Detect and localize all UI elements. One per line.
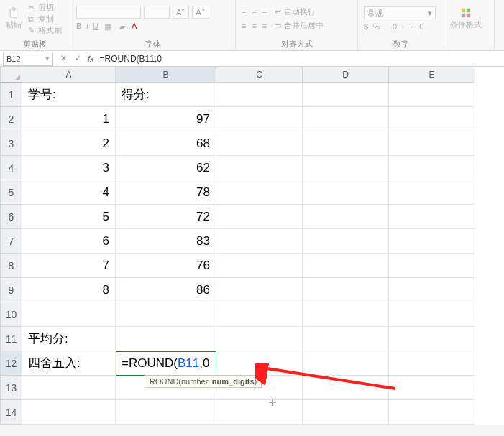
row-header-10[interactable]: 10: [1, 302, 22, 327]
cell-C7[interactable]: [216, 229, 303, 254]
cell-B9[interactable]: 86: [116, 278, 216, 302]
cell-D13[interactable]: [303, 376, 389, 400]
align-top-button[interactable]: ≡: [242, 8, 246, 17]
cell-C14[interactable]: [216, 400, 303, 425]
bold-button[interactable]: B: [76, 22, 82, 32]
row-header-1[interactable]: 1: [1, 83, 22, 107]
paste-button[interactable]: 粘贴: [6, 8, 22, 30]
row-header-14[interactable]: 14: [1, 400, 22, 425]
cell-C8[interactable]: [216, 254, 303, 278]
cut-button[interactable]: ✂ 剪切: [26, 2, 62, 13]
cell-E14[interactable]: [389, 400, 475, 425]
conditional-format-button[interactable]: 条件格式: [450, 8, 482, 30]
cell-B12[interactable]: =ROUND(B11,0 ROUND(number, num_digits): [116, 351, 216, 376]
cell-A5[interactable]: 4: [22, 180, 116, 205]
comma-button[interactable]: ,: [384, 22, 386, 31]
name-box[interactable]: B12 ▾: [3, 52, 53, 66]
cell-B10[interactable]: [116, 302, 216, 327]
cell-E6[interactable]: [389, 205, 475, 229]
cell-D5[interactable]: [303, 180, 389, 205]
cell-E5[interactable]: [389, 180, 475, 205]
decrease-decimal-button[interactable]: ←.0: [409, 22, 423, 31]
cell-A7[interactable]: 6: [22, 229, 116, 254]
align-left-button[interactable]: ≡: [242, 22, 246, 30]
copy-button[interactable]: ⧉ 复制: [26, 14, 62, 24]
col-header-E[interactable]: E: [389, 67, 475, 83]
cell-A12[interactable]: 四舍五入:: [22, 351, 116, 376]
confirm-formula-button[interactable]: ✓: [70, 54, 85, 63]
row-header-6[interactable]: 6: [1, 205, 22, 229]
cell-E8[interactable]: [389, 254, 475, 278]
cell-D11[interactable]: [303, 327, 389, 351]
cell-B7[interactable]: 83: [116, 229, 216, 254]
align-right-button[interactable]: ≡: [262, 22, 267, 30]
cell-A8[interactable]: 7: [22, 254, 116, 278]
cell-D6[interactable]: [303, 205, 389, 229]
cell-D3[interactable]: [303, 131, 389, 156]
align-bottom-button[interactable]: ≡: [262, 8, 267, 17]
cell-D1[interactable]: [303, 83, 389, 107]
fill-color-button[interactable]: ▰: [117, 22, 127, 32]
row-header-3[interactable]: 3: [1, 131, 22, 156]
cell-B14[interactable]: [116, 400, 216, 425]
cell-C9[interactable]: [216, 278, 303, 302]
cell-D14[interactable]: [303, 400, 389, 425]
cell-D12[interactable]: [303, 351, 389, 376]
col-header-C[interactable]: C: [216, 67, 303, 83]
row-header-7[interactable]: 7: [1, 229, 22, 254]
select-all-corner[interactable]: [1, 67, 22, 83]
cell-E13[interactable]: [389, 376, 475, 400]
cell-B1[interactable]: 得分:: [116, 83, 216, 107]
decrease-font-button[interactable]: A˅: [192, 6, 209, 19]
wrap-text-button[interactable]: ↩ 自动换行: [272, 6, 316, 17]
font-size-select[interactable]: [144, 6, 170, 19]
percent-button[interactable]: %: [372, 22, 380, 31]
increase-font-button[interactable]: A˄: [173, 6, 189, 19]
cancel-formula-button[interactable]: ✕: [56, 54, 70, 63]
cell-E3[interactable]: [389, 131, 475, 156]
cell-D8[interactable]: [303, 254, 389, 278]
border-button[interactable]: ▦: [103, 22, 113, 32]
col-header-A[interactable]: A: [22, 67, 116, 83]
cell-E2[interactable]: [389, 107, 475, 131]
underline-button[interactable]: U: [93, 22, 98, 32]
row-header-9[interactable]: 9: [1, 278, 22, 302]
row-header-5[interactable]: 5: [1, 180, 22, 205]
cell-E11[interactable]: [389, 327, 475, 351]
cell-E12[interactable]: [389, 351, 475, 376]
cell-B4[interactable]: 62: [116, 156, 216, 180]
cell-E1[interactable]: [389, 83, 475, 107]
cell-B11[interactable]: [116, 327, 216, 351]
row-header-8[interactable]: 8: [1, 254, 22, 278]
cell-E9[interactable]: [389, 278, 475, 302]
cell-A11[interactable]: 平均分:: [22, 327, 116, 351]
row-header-11[interactable]: 11: [1, 327, 22, 351]
cell-C4[interactable]: [216, 156, 303, 180]
cell-C6[interactable]: [216, 205, 303, 229]
row-header-2[interactable]: 2: [1, 107, 22, 131]
cell-A6[interactable]: 5: [22, 205, 116, 229]
align-center-button[interactable]: ≡: [252, 22, 256, 30]
cell-B8[interactable]: 76: [116, 254, 216, 278]
cell-D9[interactable]: [303, 278, 389, 302]
cell-C10[interactable]: [216, 302, 303, 327]
cell-D10[interactable]: [303, 302, 389, 327]
currency-button[interactable]: $: [364, 22, 368, 31]
cell-E7[interactable]: [389, 229, 475, 254]
cell-A3[interactable]: 2: [22, 131, 116, 156]
cell-A9[interactable]: 8: [22, 278, 116, 302]
col-header-B[interactable]: B: [116, 67, 216, 83]
col-header-D[interactable]: D: [303, 67, 389, 83]
cell-B2[interactable]: 97: [116, 107, 216, 131]
cell-A14[interactable]: [22, 400, 116, 425]
font-color-button[interactable]: A: [132, 22, 137, 32]
cell-B3[interactable]: 68: [116, 131, 216, 156]
row-header-12[interactable]: 12: [1, 351, 22, 376]
cell-A1[interactable]: 学号:: [22, 83, 116, 107]
spreadsheet-grid[interactable]: A B C D E 1 学号: 得分: 2 1 97 3 2 68 4 3 62…: [0, 67, 504, 425]
font-family-select[interactable]: [76, 6, 141, 19]
cell-B6[interactable]: 72: [116, 205, 216, 229]
format-painter-button[interactable]: ✎ 格式刷: [26, 25, 62, 36]
cell-C11[interactable]: [216, 327, 303, 351]
italic-button[interactable]: I: [86, 22, 88, 32]
